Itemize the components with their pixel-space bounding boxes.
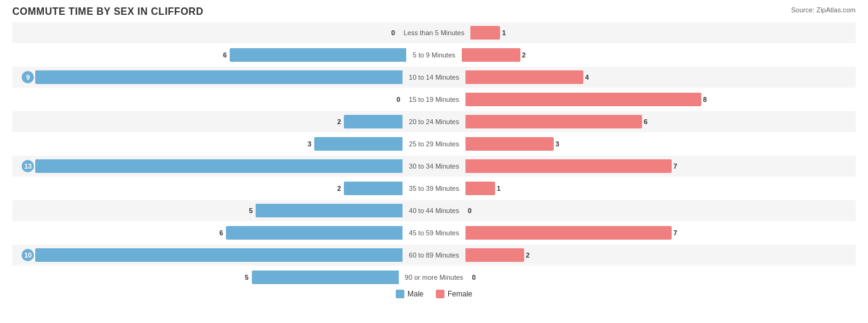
left-side: 9	[12, 70, 405, 84]
row-label: 15 to 19 Minutes	[405, 96, 462, 103]
male-bar-container: 6	[12, 48, 406, 62]
table-row: 1330 to 34 Minutes7	[12, 156, 856, 177]
female-bar	[465, 226, 672, 240]
legend-male-box	[396, 290, 404, 298]
female-bar	[465, 248, 524, 262]
male-value: 0	[394, 96, 403, 103]
chart-title: COMMUTE TIME BY SEX IN CLIFFORD	[12, 6, 856, 17]
male-bar-container: 2	[12, 182, 403, 195]
table-row: 910 to 14 Minutes4	[12, 67, 856, 88]
male-value: 6	[221, 51, 228, 59]
table-row: 220 to 24 Minutes6	[12, 111, 856, 132]
legend-female-label: Female	[448, 290, 472, 298]
female-value: 7	[672, 229, 679, 237]
right-side: 1	[463, 182, 856, 195]
male-value: 0	[389, 29, 398, 36]
legend: Male Female	[12, 290, 856, 298]
chart-area: 0Less than 5 Minutes165 to 9 Minutes2910…	[12, 22, 856, 277]
male-value: 3	[306, 140, 313, 148]
right-side: 7	[463, 159, 856, 173]
male-bar	[252, 271, 399, 284]
right-side: 6	[463, 115, 856, 128]
female-value: 6	[642, 118, 649, 125]
legend-male-label: Male	[407, 290, 424, 298]
female-value: 3	[554, 140, 561, 148]
left-side: 2	[12, 182, 405, 195]
left-side: 6	[12, 48, 409, 62]
row-label: Less than 5 Minutes	[400, 29, 468, 36]
male-badge: 13	[22, 160, 34, 172]
male-badge: 10	[22, 249, 34, 261]
left-side: 0	[12, 29, 400, 36]
table-row: 590 or more Minutes0	[12, 267, 856, 288]
left-side: 0	[12, 96, 405, 103]
row-label: 5 to 9 Minutes	[409, 51, 459, 59]
female-value: 1	[495, 185, 503, 192]
male-value: 5	[243, 274, 250, 281]
female-bar	[465, 70, 583, 84]
table-row: 645 to 59 Minutes7	[12, 222, 856, 243]
female-value: 7	[672, 162, 679, 170]
row-label: 40 to 44 Minutes	[405, 207, 462, 214]
right-side: 1	[468, 26, 856, 40]
table-row: 235 to 39 Minutes1	[12, 178, 856, 199]
legend-male: Male	[396, 290, 424, 298]
male-bar	[314, 137, 403, 151]
table-row: 325 to 29 Minutes3	[12, 133, 856, 154]
male-bar	[256, 204, 403, 217]
female-bar	[462, 48, 520, 62]
left-side: 10	[12, 248, 405, 262]
male-bar-container: 5	[12, 204, 403, 217]
female-value: 0	[469, 274, 478, 281]
male-bar	[344, 115, 403, 128]
table-row: 540 to 44 Minutes0	[12, 200, 856, 221]
row-label: 45 to 59 Minutes	[405, 229, 462, 237]
male-bar-container: 6	[12, 226, 403, 240]
male-bar	[344, 182, 403, 195]
male-badge: 9	[22, 71, 34, 83]
chart-container: COMMUTE TIME BY SEX IN CLIFFORD Source: …	[0, 0, 868, 323]
male-bar	[35, 248, 403, 262]
right-side: 0	[463, 204, 856, 217]
table-row: 1060 to 89 Minutes2	[12, 245, 856, 266]
right-side: 2	[463, 248, 856, 262]
row-label: 35 to 39 Minutes	[405, 185, 462, 192]
female-value: 1	[500, 29, 507, 36]
female-bar	[465, 115, 642, 128]
male-value: 6	[217, 229, 225, 237]
male-bar-container: 3	[12, 137, 403, 151]
left-side: 5	[12, 271, 401, 284]
row-label: 20 to 24 Minutes	[405, 118, 462, 125]
right-side: 7	[463, 226, 856, 240]
legend-female: Female	[436, 290, 472, 298]
row-label: 90 or more Minutes	[401, 274, 467, 281]
row-label: 10 to 14 Minutes	[405, 73, 462, 81]
male-bar-container: 2	[12, 115, 403, 128]
male-value: 2	[335, 185, 343, 192]
source-label: Source: ZipAtlas.com	[791, 6, 856, 14]
female-value: 2	[524, 251, 532, 259]
female-bar	[465, 93, 701, 106]
female-value: 8	[701, 96, 709, 103]
male-bar	[230, 48, 406, 62]
male-bar	[35, 70, 403, 84]
female-value: 2	[520, 51, 528, 59]
female-bar	[465, 159, 672, 173]
male-bar	[35, 159, 403, 173]
row-label: 30 to 34 Minutes	[405, 162, 462, 170]
table-row: 65 to 9 Minutes2	[12, 44, 856, 65]
male-value: 2	[335, 118, 343, 125]
male-bar-container: 5	[12, 271, 399, 284]
row-label: 25 to 29 Minutes	[405, 140, 462, 148]
right-side: 4	[463, 70, 856, 84]
legend-female-box	[436, 290, 444, 298]
left-side: 6	[12, 226, 405, 240]
female-bar	[465, 182, 495, 195]
right-side: 3	[463, 137, 856, 151]
female-bar	[465, 137, 554, 151]
left-side: 5	[12, 204, 405, 217]
right-side: 8	[463, 93, 856, 106]
left-side: 13	[12, 159, 405, 173]
female-value: 4	[583, 73, 591, 81]
left-side: 3	[12, 137, 405, 151]
